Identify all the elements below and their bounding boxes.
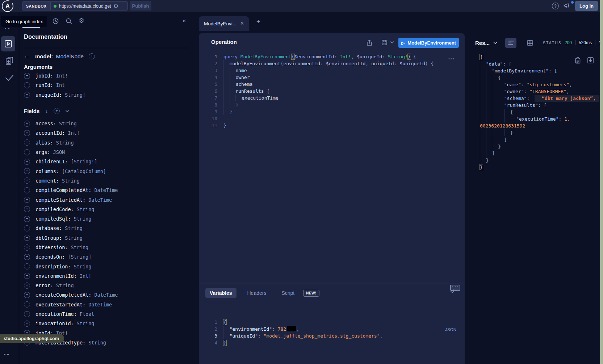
field-row[interactable]: dependsOn: [String] [19,252,194,262]
field-type[interactable]: String [77,321,95,326]
tab-headers[interactable]: Headers [243,288,271,298]
add-field-icon[interactable] [24,121,30,127]
add-field-icon[interactable] [24,244,30,251]
field-type[interactable]: DateTime [94,292,118,298]
add-field-icon[interactable] [24,321,30,327]
field-type[interactable]: Int! [80,273,92,279]
field-row[interactable]: executeCompletedAt: DateTime [19,290,194,300]
add-field-icon[interactable] [24,168,30,174]
response-body[interactable]: {"data": {"modelByEnvironment": [{"name"… [471,54,603,171]
announcements-megaphone-icon[interactable] [564,2,571,9]
add-all-fields-icon[interactable] [89,53,95,59]
rail-item-explorer[interactable] [1,36,15,51]
graph-index-icon-partial[interactable] [5,28,9,29]
help-icon[interactable] [552,3,559,9]
search-icon[interactable] [66,18,72,25]
add-field-icon[interactable] [24,206,30,212]
field-row[interactable]: error: String [19,281,194,290]
add-field-icon[interactable] [24,159,30,165]
argument-row[interactable]: runId: Int [19,80,194,90]
share-icon[interactable] [367,39,372,46]
add-field-icon[interactable] [24,311,30,317]
field-type[interactable]: DateTime [88,197,112,203]
field-type[interactable]: [String] [68,254,91,260]
field-type[interactable]: DateTime [94,187,118,193]
add-fields-icon[interactable] [54,108,60,114]
field-row[interactable]: comment: String [19,176,194,185]
field-type[interactable]: String [56,140,74,146]
argument-type[interactable]: String! [65,92,85,98]
field-type[interactable]: String [65,225,83,231]
field-row[interactable]: accountId: Int! [19,128,194,138]
argument-type[interactable]: Int [56,82,65,88]
breadcrumb-type[interactable]: ModelNode [56,53,84,59]
field-type[interactable]: String [88,340,106,346]
add-field-icon[interactable] [24,130,30,136]
field-type[interactable]: String [62,178,80,184]
field-type[interactable]: Float [80,311,95,317]
field-row[interactable]: compiledSql: String [19,214,194,223]
field-type[interactable]: JSON [53,149,65,155]
chevron-down-icon[interactable] [66,110,69,112]
add-argument-icon[interactable] [24,73,30,79]
argument-type[interactable]: Int! [56,73,68,79]
rail-bottom-icon-partial[interactable] [4,354,9,355]
field-type[interactable]: Int! [68,130,80,136]
add-field-icon[interactable] [24,197,30,203]
field-row[interactable]: compileStartedAt: DateTime [19,195,194,204]
response-dropdown-chevron-icon[interactable] [493,42,497,44]
add-field-icon[interactable] [24,292,30,298]
field-type[interactable]: String [56,283,74,288]
field-row[interactable]: description: String [19,262,194,271]
add-field-icon[interactable] [24,273,30,279]
endpoint-url[interactable]: https://metadata.cloud.get [59,4,111,9]
raw-view-toggle[interactable] [505,38,516,48]
field-row[interactable]: dbtVersion: String [19,243,194,252]
collapse-sidebar-icon[interactable] [183,17,186,24]
field-type[interactable]: String [77,206,95,212]
field-row[interactable]: access: String [19,119,194,128]
field-type[interactable]: String [74,216,92,222]
field-row[interactable]: args: JSON [19,147,194,157]
sort-icon[interactable] [45,108,48,114]
operation-tab[interactable]: ModelByEnvi... [199,16,249,31]
field-row[interactable]: childrenL1: [String!] [19,157,194,166]
add-field-icon[interactable] [24,235,30,241]
add-field-icon[interactable] [24,216,30,222]
field-row[interactable]: dbtGroup: String [19,233,194,243]
publish-button[interactable]: Publish [130,1,151,11]
apollo-logo[interactable]: A [2,0,13,12]
add-argument-icon[interactable] [24,92,30,98]
field-type[interactable]: String [71,244,88,250]
argument-row[interactable]: jobId: Int! [19,71,194,80]
field-row[interactable]: executeStartedAt: DateTime [19,300,194,309]
field-type[interactable]: String [74,264,92,269]
table-view-toggle[interactable] [524,38,536,48]
add-field-icon[interactable] [24,225,30,231]
login-button[interactable]: Log in [575,1,598,11]
history-icon[interactable] [52,18,59,25]
argument-row[interactable]: uniqueId: String! [19,90,194,100]
field-type[interactable]: String [65,235,83,241]
save-icon[interactable] [381,39,388,46]
save-options-chevron-icon[interactable] [390,41,394,43]
add-field-icon[interactable] [24,254,30,260]
rail-item-schema[interactable] [0,56,19,66]
back-arrow-icon[interactable] [24,53,30,60]
field-type[interactable]: [String!] [71,159,97,164]
field-type[interactable]: DateTime [88,302,112,307]
add-field-icon[interactable] [24,187,30,193]
tab-variables[interactable]: Variables [205,288,236,298]
add-field-icon[interactable] [24,149,30,155]
endpoint-settings-gear-icon[interactable] [114,3,118,9]
field-type[interactable]: String [59,121,77,126]
field-row[interactable]: executionTime: Float [19,309,194,319]
add-field-icon[interactable] [24,301,30,307]
add-field-icon[interactable] [24,139,30,146]
add-argument-icon[interactable] [24,82,30,88]
field-row[interactable]: environmentId: Int! [19,271,194,281]
rail-item-checks[interactable] [0,74,19,81]
field-type[interactable]: [CatalogColumn] [62,168,106,174]
collapse-panel-icon[interactable] [450,289,455,293]
add-field-icon[interactable] [24,263,30,269]
